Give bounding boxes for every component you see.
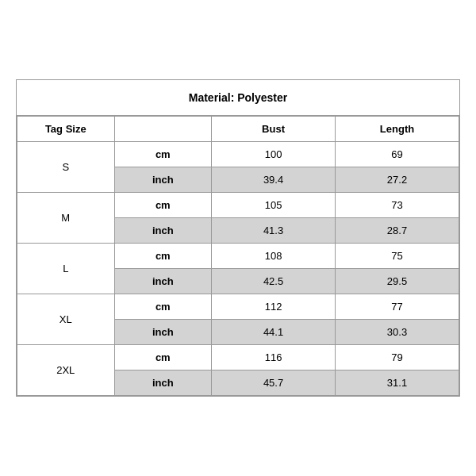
table-row: XLcm11277 bbox=[17, 294, 459, 320]
bust-cm-value: 105 bbox=[212, 193, 336, 218]
bust-inch-value: 39.4 bbox=[212, 167, 336, 193]
col-header-tag-size: Tag Size bbox=[17, 117, 115, 142]
table-row: Mcm10573 bbox=[17, 193, 459, 218]
unit-inch: inch bbox=[114, 269, 212, 294]
length-inch-value: 28.7 bbox=[336, 218, 459, 244]
table-row: Lcm10875 bbox=[17, 244, 459, 269]
size-label: 2XL bbox=[17, 345, 115, 396]
length-cm-value: 79 bbox=[336, 345, 459, 370]
unit-cm: cm bbox=[114, 142, 212, 167]
size-chart-container: Material: Polyester Tag Size Bust Length… bbox=[16, 79, 460, 397]
unit-inch: inch bbox=[114, 370, 212, 396]
col-header-bust: Bust bbox=[212, 117, 336, 142]
size-label: XL bbox=[17, 294, 115, 345]
table-row: 2XLcm11679 bbox=[17, 345, 459, 370]
unit-cm: cm bbox=[114, 345, 212, 370]
unit-cm: cm bbox=[114, 294, 212, 320]
bust-inch-value: 42.5 bbox=[212, 269, 336, 294]
length-inch-value: 29.5 bbox=[336, 269, 459, 294]
bust-inch-value: 44.1 bbox=[212, 320, 336, 345]
length-inch-value: 31.1 bbox=[336, 370, 459, 396]
unit-cm: cm bbox=[114, 193, 212, 218]
length-inch-value: 27.2 bbox=[336, 167, 459, 193]
length-cm-value: 77 bbox=[336, 294, 459, 320]
unit-inch: inch bbox=[114, 218, 212, 244]
bust-cm-value: 112 bbox=[212, 294, 336, 320]
unit-cm: cm bbox=[114, 244, 212, 269]
col-header-unit bbox=[114, 117, 212, 142]
unit-inch: inch bbox=[114, 320, 212, 345]
bust-cm-value: 116 bbox=[212, 345, 336, 370]
length-cm-value: 73 bbox=[336, 193, 459, 218]
size-table: Tag Size Bust Length Scm10069inch39.427.… bbox=[17, 116, 459, 396]
size-label: S bbox=[17, 142, 115, 193]
col-header-length: Length bbox=[336, 117, 459, 142]
material-text: Material: Polyester bbox=[189, 91, 288, 104]
size-label: M bbox=[17, 193, 115, 244]
size-label: L bbox=[17, 244, 115, 294]
bust-cm-value: 108 bbox=[212, 244, 336, 269]
bust-cm-value: 100 bbox=[212, 142, 336, 167]
length-cm-value: 75 bbox=[336, 244, 459, 269]
unit-inch: inch bbox=[114, 167, 212, 193]
length-cm-value: 69 bbox=[336, 142, 459, 167]
bust-inch-value: 45.7 bbox=[212, 370, 336, 396]
length-inch-value: 30.3 bbox=[336, 320, 459, 345]
table-row: Scm10069 bbox=[17, 142, 459, 167]
material-header: Material: Polyester bbox=[17, 80, 459, 116]
bust-inch-value: 41.3 bbox=[212, 218, 336, 244]
